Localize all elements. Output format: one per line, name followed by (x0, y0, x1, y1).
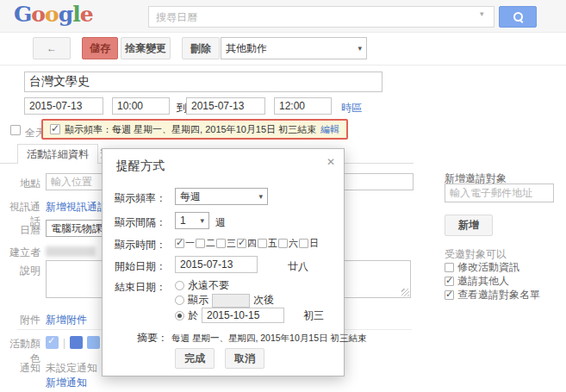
search-icon (512, 10, 525, 23)
creator-label: 建立者 (0, 246, 40, 260)
notification-label: 通知 (0, 361, 40, 376)
location-label: 地點 (0, 177, 40, 191)
event-color-swatch[interactable] (87, 336, 100, 349)
calendar-select-value: 電腦玩物課 (51, 221, 103, 236)
all-day-checkbox[interactable] (10, 125, 21, 135)
checkbox-icon (237, 239, 246, 248)
attachment-label: 附件 (0, 313, 40, 327)
recurrence-end-input[interactable] (202, 308, 284, 323)
logo-letter: G (14, 2, 31, 27)
weekday-label: 三 (227, 237, 236, 250)
summary-value: 每週 星期一、星期四, 2015年10月15日 初三結束 (171, 333, 366, 345)
recurrence-dialog: 提醒方式 ✕ 顯示頻率： 每週▾ 顯示間隔： 1▾ 週 顯示時間： 一 二 三 … (102, 148, 345, 376)
event-title-input[interactable] (24, 72, 383, 92)
weekday-label: 二 (206, 237, 215, 250)
permission-row: 邀請其他人 (445, 274, 509, 289)
weekday-fri[interactable]: 五 (258, 237, 278, 250)
end-date-label: 結束日期： (115, 280, 166, 295)
interval-value: 1 (180, 215, 186, 227)
permission-row: 修改活動資訊 (445, 260, 519, 275)
add-guest-button[interactable]: 新增 (445, 215, 493, 236)
logo-letter: e (80, 2, 93, 27)
delete-button[interactable]: 刪除 (182, 37, 220, 59)
occurrence-count-input[interactable] (212, 294, 250, 308)
weekday-sun[interactable]: 日 (299, 237, 320, 250)
start-time-input[interactable] (112, 97, 170, 115)
recurrence-checkbox[interactable] (50, 124, 60, 134)
frequency-label: 顯示頻率： (115, 191, 166, 206)
event-color-swatch[interactable] (70, 336, 83, 349)
more-actions-label: 其他動作 (226, 41, 267, 56)
cancel-button[interactable]: 取消 (225, 348, 264, 369)
logo-letter: o (31, 2, 45, 27)
end-after-count-option[interactable]: 顯示次後 (175, 293, 274, 308)
save-button[interactable]: 儲存 (82, 37, 118, 59)
modify-event-checkbox[interactable] (445, 263, 454, 272)
end-never-label: 永遠不要 (188, 278, 229, 293)
creator-name-redacted (46, 246, 96, 257)
see-guest-list-checkbox[interactable] (445, 290, 454, 300)
weekday-label: 日 (309, 237, 319, 250)
more-actions-select[interactable]: 其他動作▾ (221, 37, 367, 59)
start-date-input[interactable] (24, 97, 103, 115)
weekday-label: 四 (247, 237, 257, 250)
chevron-down-icon: ▾ (258, 192, 263, 201)
radio-icon (175, 311, 184, 320)
timezone-link[interactable]: 時區 (341, 101, 362, 115)
summary-row: 摘要： 每週 星期一、星期四, 2015年10月15日 初三結束 (115, 331, 366, 345)
repeat-days-label: 顯示時間： (115, 238, 166, 252)
interval-unit-label: 週 (215, 215, 226, 230)
close-icon[interactable]: ✕ (327, 156, 335, 168)
weekday-tue[interactable]: 二 (196, 237, 216, 250)
search-button[interactable] (499, 6, 537, 28)
add-notification-link[interactable]: 新增通知 (46, 376, 87, 390)
checkbox-icon (278, 239, 288, 248)
textarea-resize-handle[interactable] (401, 289, 409, 296)
end-date-input[interactable] (186, 97, 265, 115)
permission-label: 邀請其他人 (457, 274, 509, 289)
start-date-label: 開始日期： (115, 259, 166, 274)
interval-label: 顯示間隔： (115, 215, 166, 230)
event-color-swatch-selected[interactable] (46, 336, 59, 349)
weekday-thu[interactable]: 四 (237, 237, 258, 250)
logo-letter: l (72, 2, 80, 27)
discard-changes-button[interactable]: 捨棄變更 (121, 37, 171, 59)
permission-label: 修改活動資訊 (457, 260, 519, 275)
permission-row: 查看邀請對象名單 (445, 288, 540, 302)
radio-icon (175, 296, 184, 305)
recurrence-start-input[interactable] (175, 256, 258, 273)
end-count-prefix: 顯示 (188, 293, 208, 308)
toolbar-divider (0, 65, 566, 65)
weekday-wed[interactable]: 三 (216, 237, 237, 250)
summary-label: 摘要： (115, 331, 168, 345)
done-button[interactable]: 完成 (175, 348, 215, 369)
frequency-select[interactable]: 每週▾ (175, 188, 268, 205)
interval-select[interactable]: 1▾ (175, 212, 209, 229)
google-logo: Google (14, 2, 93, 27)
checkbox-icon (299, 239, 308, 248)
add-video-call-link[interactable]: 新增視訊通話 (46, 200, 108, 215)
end-time-input[interactable] (274, 97, 332, 115)
guest-email-input[interactable] (445, 184, 554, 202)
weekday-row: 一 二 三 四 五 六 日 (175, 237, 320, 250)
calendar-label: 日曆 (0, 223, 40, 238)
recurrence-edit-link[interactable]: 編輯 (320, 123, 339, 136)
palette-divider: | (63, 337, 65, 349)
weekday-sat[interactable]: 六 (278, 237, 299, 250)
weekday-mon[interactable]: 一 (175, 237, 196, 250)
search-input[interactable] (148, 6, 494, 28)
recurrence-banner: 顯示頻率：每週 星期一、星期四, 2015年10月15日 初三結束 編輯 (41, 119, 348, 140)
permission-label: 查看邀請對象名單 (457, 288, 540, 302)
chevron-down-icon: ▾ (358, 44, 362, 53)
logo-letter: g (59, 2, 72, 27)
invite-others-checkbox[interactable] (445, 277, 454, 286)
end-never-option[interactable]: 永遠不要 (175, 278, 229, 293)
end-on-date-option[interactable]: 於初三 (175, 308, 324, 323)
checkbox-icon (216, 239, 226, 248)
weekday-label: 五 (268, 237, 277, 250)
back-button[interactable]: ← (33, 37, 71, 59)
end-on-label: 於 (188, 308, 198, 323)
search-options-chevron-icon[interactable]: ▾ (480, 9, 484, 18)
add-attachment-link[interactable]: 新增附件 (46, 313, 87, 327)
tab-event-details[interactable]: 活動詳細資料 (17, 144, 98, 164)
